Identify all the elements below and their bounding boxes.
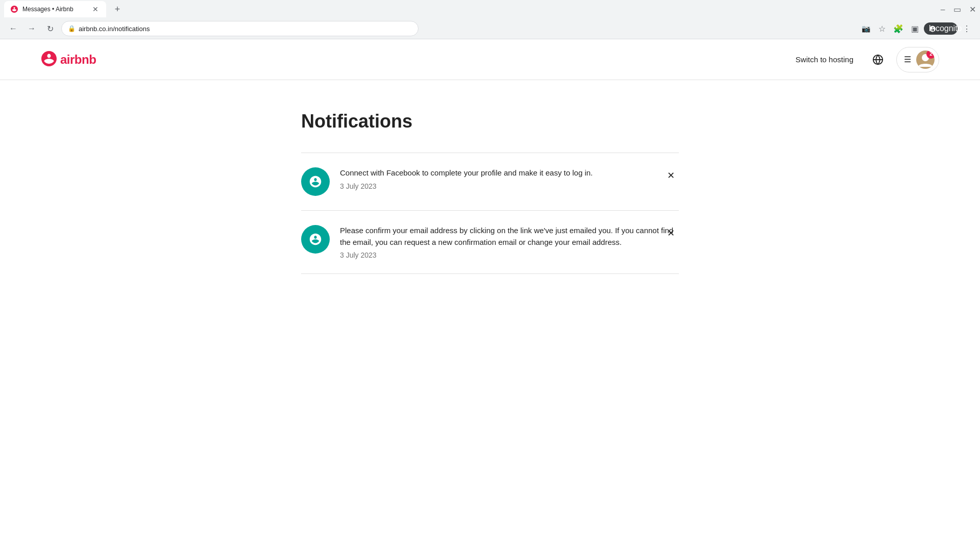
notification-airbnb-icon-1: [301, 167, 330, 196]
airbnb-logo-icon: [41, 51, 57, 69]
close-icon[interactable]: ✕: [969, 5, 976, 14]
airbnb-page: airbnb Switch to hosting ☰ 2: [0, 39, 980, 305]
extensions-icon[interactable]: 🧩: [891, 21, 905, 36]
language-selector-button[interactable]: [868, 49, 888, 70]
hamburger-icon: ☰: [904, 55, 911, 64]
switch-to-hosting-button[interactable]: Switch to hosting: [790, 51, 860, 68]
address-bar[interactable]: 🔒 airbnb.co.in/notifications: [61, 21, 419, 36]
notification-airbnb-icon-2: [301, 225, 330, 254]
airbnb-logo[interactable]: airbnb: [41, 51, 96, 69]
bookmark-icon[interactable]: ☆: [875, 21, 889, 36]
forward-button[interactable]: →: [24, 21, 39, 36]
notification-date-2: 3 July 2023: [340, 251, 679, 259]
window-controls: ‒ ▭ ✕: [940, 5, 976, 14]
back-button[interactable]: ←: [6, 21, 20, 36]
tab-close-button[interactable]: ✕: [91, 5, 100, 14]
new-tab-button[interactable]: +: [110, 2, 125, 16]
notification-date-1: 3 July 2023: [340, 182, 679, 190]
user-avatar: 2: [916, 51, 935, 69]
browser-titlebar: Messages • Airbnb ✕ + ‒ ▭ ✕: [0, 0, 980, 18]
notification-close-button-2[interactable]: ✕: [663, 225, 679, 241]
main-content: Notifications Connect with Facebook to c…: [260, 80, 720, 305]
tab-favicon-icon: [10, 5, 18, 13]
incognito-button[interactable]: Incognito: [924, 22, 958, 35]
notification-close-button-1[interactable]: ✕: [663, 167, 679, 184]
notifications-list: Connect with Facebook to complete your p…: [301, 153, 679, 274]
notification-body-2: Please confirm your email address by cli…: [340, 225, 679, 259]
notification-body-1: Connect with Facebook to complete your p…: [340, 167, 679, 190]
restore-icon[interactable]: ▭: [953, 5, 961, 14]
browser-chrome: Messages • Airbnb ✕ + ‒ ▭ ✕ ← → ↻ 🔒 airb…: [0, 0, 980, 39]
page-title: Notifications: [301, 111, 679, 132]
notification-badge: 2: [926, 51, 935, 59]
airbnb-header: airbnb Switch to hosting ☰ 2: [0, 39, 980, 80]
browser-actions: 📷 ☆ 🧩 ▣ Incognito ⋮: [859, 21, 974, 36]
notification-text-2: Please confirm your email address by cli…: [340, 225, 679, 248]
lock-icon: 🔒: [68, 25, 76, 32]
minimize-icon[interactable]: ‒: [940, 5, 945, 14]
tab-title: Messages • Airbnb: [22, 6, 74, 13]
incognito-label: Incognito: [938, 21, 952, 36]
split-view-icon[interactable]: ▣: [908, 21, 922, 36]
browser-tab[interactable]: Messages • Airbnb ✕: [4, 1, 106, 17]
menu-user-button[interactable]: ☰ 2: [896, 47, 939, 72]
notification-item: Please confirm your email address by cli…: [301, 211, 679, 274]
header-right: Switch to hosting ☰ 2: [790, 47, 939, 72]
notification-text-1: Connect with Facebook to complete your p…: [340, 167, 679, 179]
more-options-icon[interactable]: ⋮: [960, 21, 974, 36]
reload-button[interactable]: ↻: [43, 21, 57, 36]
notification-item: Connect with Facebook to complete your p…: [301, 153, 679, 211]
url-text: airbnb.co.in/notifications: [79, 25, 150, 33]
camera-off-icon[interactable]: 📷: [859, 21, 873, 36]
airbnb-logo-text: airbnb: [60, 53, 96, 67]
browser-addressbar: ← → ↻ 🔒 airbnb.co.in/notifications 📷 ☆ 🧩…: [0, 18, 980, 39]
